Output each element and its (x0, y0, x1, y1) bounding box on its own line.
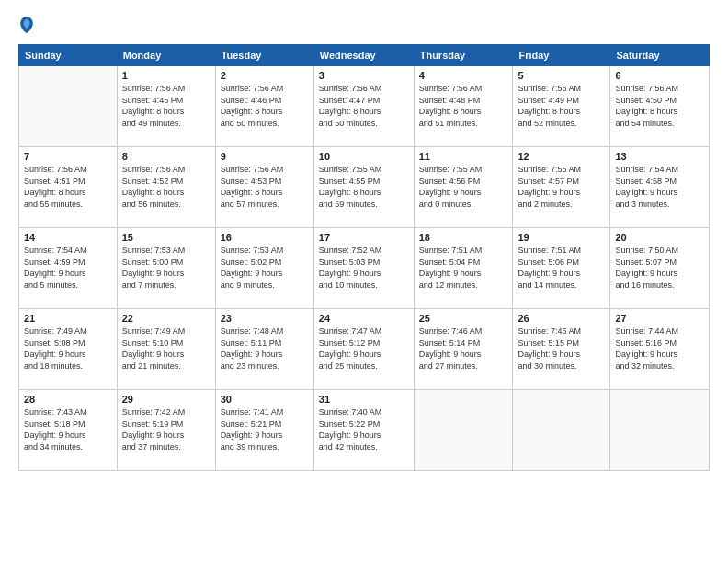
day-cell: 8Sunrise: 7:56 AM Sunset: 4:52 PM Daylig… (117, 147, 215, 228)
day-cell: 3Sunrise: 7:56 AM Sunset: 4:47 PM Daylig… (313, 66, 414, 147)
logo-icon (18, 15, 35, 35)
day-cell: 19Sunrise: 7:51 AM Sunset: 5:06 PM Dayli… (513, 228, 610, 309)
day-number: 26 (518, 313, 605, 324)
weekday-header-saturday: Saturday (610, 45, 710, 66)
day-info: Sunrise: 7:46 AM Sunset: 5:14 PM Dayligh… (419, 326, 508, 372)
day-cell: 13Sunrise: 7:54 AM Sunset: 4:58 PM Dayli… (610, 147, 710, 228)
day-number: 3 (319, 70, 409, 81)
week-row-4: 28Sunrise: 7:43 AM Sunset: 5:18 PM Dayli… (19, 390, 710, 471)
weekday-header-friday: Friday (513, 45, 610, 66)
day-number: 10 (319, 151, 409, 162)
day-info: Sunrise: 7:41 AM Sunset: 5:21 PM Dayligh… (221, 407, 309, 453)
day-info: Sunrise: 7:55 AM Sunset: 4:57 PM Dayligh… (518, 164, 605, 210)
day-cell (414, 390, 513, 471)
day-number: 20 (615, 232, 704, 243)
day-number: 7 (24, 151, 112, 162)
day-number: 2 (221, 70, 309, 81)
day-info: Sunrise: 7:56 AM Sunset: 4:45 PM Dayligh… (122, 83, 210, 129)
day-number: 1 (122, 70, 210, 81)
logo (18, 15, 39, 35)
day-number: 15 (122, 232, 210, 243)
day-cell: 21Sunrise: 7:49 AM Sunset: 5:08 PM Dayli… (19, 309, 118, 390)
weekday-header-monday: Monday (117, 45, 215, 66)
day-info: Sunrise: 7:50 AM Sunset: 5:07 PM Dayligh… (615, 245, 704, 291)
day-number: 16 (221, 232, 309, 243)
day-info: Sunrise: 7:53 AM Sunset: 5:02 PM Dayligh… (221, 245, 309, 291)
day-cell (513, 390, 610, 471)
day-cell: 25Sunrise: 7:46 AM Sunset: 5:14 PM Dayli… (414, 309, 513, 390)
weekday-header-thursday: Thursday (414, 45, 513, 66)
day-info: Sunrise: 7:49 AM Sunset: 5:10 PM Dayligh… (122, 326, 210, 372)
weekday-header-row: SundayMondayTuesdayWednesdayThursdayFrid… (19, 45, 710, 66)
day-info: Sunrise: 7:56 AM Sunset: 4:48 PM Dayligh… (419, 83, 508, 129)
week-row-2: 14Sunrise: 7:54 AM Sunset: 4:59 PM Dayli… (19, 228, 710, 309)
day-number: 25 (419, 313, 508, 324)
day-cell: 7Sunrise: 7:56 AM Sunset: 4:51 PM Daylig… (19, 147, 118, 228)
day-cell: 30Sunrise: 7:41 AM Sunset: 5:21 PM Dayli… (215, 390, 313, 471)
day-number: 29 (122, 394, 210, 405)
day-info: Sunrise: 7:42 AM Sunset: 5:19 PM Dayligh… (122, 407, 210, 453)
weekday-header-tuesday: Tuesday (215, 45, 313, 66)
week-row-0: 1Sunrise: 7:56 AM Sunset: 4:45 PM Daylig… (19, 66, 710, 147)
day-cell: 29Sunrise: 7:42 AM Sunset: 5:19 PM Dayli… (117, 390, 215, 471)
day-info: Sunrise: 7:56 AM Sunset: 4:49 PM Dayligh… (518, 83, 605, 129)
day-info: Sunrise: 7:54 AM Sunset: 4:58 PM Dayligh… (615, 164, 704, 210)
day-number: 13 (615, 151, 704, 162)
weekday-header-wednesday: Wednesday (313, 45, 414, 66)
day-cell: 18Sunrise: 7:51 AM Sunset: 5:04 PM Dayli… (414, 228, 513, 309)
header (18, 15, 710, 35)
day-cell: 28Sunrise: 7:43 AM Sunset: 5:18 PM Dayli… (19, 390, 118, 471)
day-cell: 17Sunrise: 7:52 AM Sunset: 5:03 PM Dayli… (313, 228, 414, 309)
day-number: 27 (615, 313, 704, 324)
day-cell: 22Sunrise: 7:49 AM Sunset: 5:10 PM Dayli… (117, 309, 215, 390)
day-info: Sunrise: 7:56 AM Sunset: 4:51 PM Dayligh… (24, 164, 112, 210)
day-info: Sunrise: 7:56 AM Sunset: 4:53 PM Dayligh… (221, 164, 309, 210)
day-cell: 20Sunrise: 7:50 AM Sunset: 5:07 PM Dayli… (610, 228, 710, 309)
week-row-3: 21Sunrise: 7:49 AM Sunset: 5:08 PM Dayli… (19, 309, 710, 390)
day-cell: 12Sunrise: 7:55 AM Sunset: 4:57 PM Dayli… (513, 147, 610, 228)
day-info: Sunrise: 7:44 AM Sunset: 5:16 PM Dayligh… (615, 326, 704, 372)
day-cell: 31Sunrise: 7:40 AM Sunset: 5:22 PM Dayli… (313, 390, 414, 471)
day-number: 17 (319, 232, 409, 243)
day-cell: 9Sunrise: 7:56 AM Sunset: 4:53 PM Daylig… (215, 147, 313, 228)
day-cell: 27Sunrise: 7:44 AM Sunset: 5:16 PM Dayli… (610, 309, 710, 390)
day-number: 19 (518, 232, 605, 243)
day-cell: 10Sunrise: 7:55 AM Sunset: 4:55 PM Dayli… (313, 147, 414, 228)
day-number: 4 (419, 70, 508, 81)
day-number: 21 (24, 313, 112, 324)
day-cell (19, 66, 118, 147)
day-number: 5 (518, 70, 605, 81)
day-number: 24 (319, 313, 409, 324)
day-number: 28 (24, 394, 112, 405)
weekday-header-sunday: Sunday (19, 45, 118, 66)
day-info: Sunrise: 7:49 AM Sunset: 5:08 PM Dayligh… (24, 326, 112, 372)
day-number: 23 (221, 313, 309, 324)
day-info: Sunrise: 7:56 AM Sunset: 4:52 PM Dayligh… (122, 164, 210, 210)
day-info: Sunrise: 7:53 AM Sunset: 5:00 PM Dayligh… (122, 245, 210, 291)
day-number: 12 (518, 151, 605, 162)
day-number: 31 (319, 394, 409, 405)
day-number: 30 (221, 394, 309, 405)
day-number: 9 (221, 151, 309, 162)
day-number: 18 (419, 232, 508, 243)
day-info: Sunrise: 7:51 AM Sunset: 5:04 PM Dayligh… (419, 245, 508, 291)
day-cell: 24Sunrise: 7:47 AM Sunset: 5:12 PM Dayli… (313, 309, 414, 390)
day-cell: 4Sunrise: 7:56 AM Sunset: 4:48 PM Daylig… (414, 66, 513, 147)
week-row-1: 7Sunrise: 7:56 AM Sunset: 4:51 PM Daylig… (19, 147, 710, 228)
day-info: Sunrise: 7:55 AM Sunset: 4:55 PM Dayligh… (319, 164, 409, 210)
day-info: Sunrise: 7:48 AM Sunset: 5:11 PM Dayligh… (221, 326, 309, 372)
day-info: Sunrise: 7:40 AM Sunset: 5:22 PM Dayligh… (319, 407, 409, 453)
day-info: Sunrise: 7:56 AM Sunset: 4:46 PM Dayligh… (221, 83, 309, 129)
day-info: Sunrise: 7:45 AM Sunset: 5:15 PM Dayligh… (518, 326, 605, 372)
page: SundayMondayTuesdayWednesdayThursdayFrid… (0, 0, 728, 563)
day-info: Sunrise: 7:56 AM Sunset: 4:47 PM Dayligh… (319, 83, 409, 129)
day-info: Sunrise: 7:47 AM Sunset: 5:12 PM Dayligh… (319, 326, 409, 372)
day-cell (610, 390, 710, 471)
day-cell: 16Sunrise: 7:53 AM Sunset: 5:02 PM Dayli… (215, 228, 313, 309)
calendar: SundayMondayTuesdayWednesdayThursdayFrid… (18, 44, 710, 471)
day-cell: 5Sunrise: 7:56 AM Sunset: 4:49 PM Daylig… (513, 66, 610, 147)
day-info: Sunrise: 7:51 AM Sunset: 5:06 PM Dayligh… (518, 245, 605, 291)
day-number: 11 (419, 151, 508, 162)
day-info: Sunrise: 7:55 AM Sunset: 4:56 PM Dayligh… (419, 164, 508, 210)
day-cell: 26Sunrise: 7:45 AM Sunset: 5:15 PM Dayli… (513, 309, 610, 390)
